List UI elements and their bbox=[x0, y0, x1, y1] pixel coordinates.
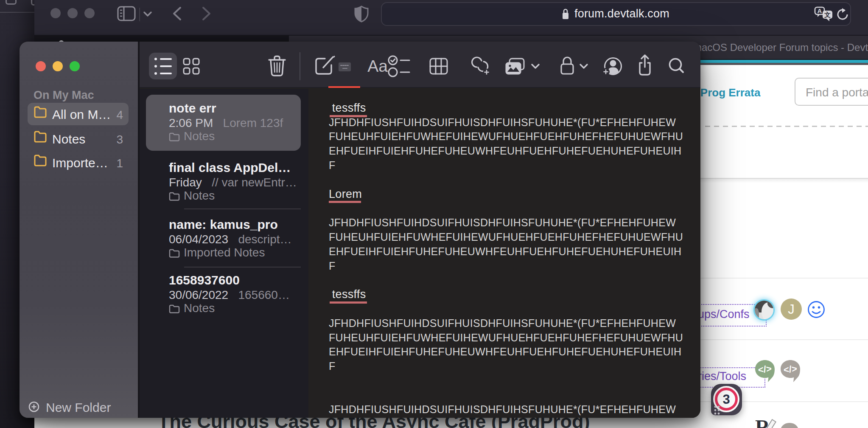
svg-text:文: 文 bbox=[824, 11, 831, 18]
svg-text:Aa: Aa bbox=[367, 57, 388, 75]
svg-text:</>: </> bbox=[758, 363, 772, 375]
svg-text:</>: </> bbox=[783, 363, 798, 375]
svg-text:A: A bbox=[818, 7, 822, 14]
